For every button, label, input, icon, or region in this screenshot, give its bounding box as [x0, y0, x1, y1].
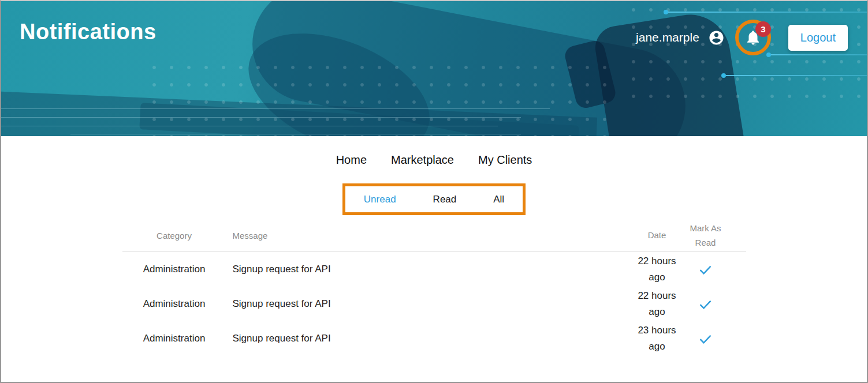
- check-icon: [698, 331, 713, 347]
- nav-item-marketplace[interactable]: Marketplace: [391, 152, 454, 167]
- cell-message: Signup request for API: [226, 264, 633, 275]
- account-circle-icon[interactable]: [708, 29, 725, 46]
- header-user-area: jane.marple 3 Logout: [636, 1, 848, 74]
- photo-arm-shape: [243, 1, 695, 136]
- nav-item-home[interactable]: Home: [336, 152, 367, 167]
- cell-category: Administration: [122, 333, 226, 344]
- column-header-message: Message: [226, 231, 633, 241]
- tab-unread[interactable]: Unread: [359, 193, 401, 205]
- cell-category: Administration: [122, 298, 226, 310]
- primary-nav: Home Marketplace My Clients: [1, 152, 867, 167]
- photo-watch-shape: [563, 39, 618, 110]
- page-title: Notifications: [20, 20, 157, 44]
- notifications-table: Category Message Date Mark As Read Admin…: [122, 220, 746, 356]
- table-row: Administration Signup request for API 22…: [122, 287, 746, 321]
- notification-count-badge: 3: [755, 21, 771, 37]
- header-banner: Notifications jane.marple 3 Logout: [1, 1, 867, 136]
- cell-category: Administration: [122, 264, 226, 275]
- username: jane.marple: [636, 31, 699, 44]
- cell-date: 22 hours ago: [633, 288, 681, 320]
- tabs-row: Unread Read All: [1, 183, 867, 215]
- annotation-highlight-rectangle: Unread Read All: [342, 183, 526, 215]
- column-header-date: Date: [633, 228, 681, 243]
- dot-pattern: [146, 59, 608, 136]
- circuit-line: [1, 126, 498, 126]
- mark-as-read-button[interactable]: [696, 330, 714, 348]
- circuit-line: [1, 108, 550, 109]
- table-row: Administration Signup request for API 22…: [122, 252, 746, 287]
- check-icon: [698, 296, 713, 312]
- circuit-line: [70, 134, 521, 134]
- logout-button[interactable]: Logout: [788, 25, 848, 51]
- mark-as-read-button[interactable]: [696, 261, 714, 279]
- nav-item-my-clients[interactable]: My Clients: [478, 152, 532, 167]
- check-icon: [698, 262, 713, 277]
- main-content: Home Marketplace My Clients Unread Read …: [1, 136, 867, 356]
- column-header-category: Category: [122, 231, 226, 241]
- cell-date: 22 hours ago: [633, 253, 681, 286]
- cell-message: Signup request for API: [226, 333, 633, 344]
- cell-message: Signup request for API: [226, 298, 633, 310]
- tab-all[interactable]: All: [489, 193, 509, 205]
- circuit-line: [1, 117, 521, 118]
- notifications-page: Notifications jane.marple 3 Logout Home …: [0, 0, 868, 383]
- photo-keyboard-shape: [139, 103, 579, 136]
- circuit-line: [724, 75, 867, 76]
- mark-as-read-button[interactable]: [696, 295, 714, 313]
- table-header-row: Category Message Date Mark As Read: [122, 220, 746, 252]
- notifications-bell-button[interactable]: 3: [744, 29, 762, 46]
- photo-laptop-shape: [1, 90, 597, 136]
- cell-date: 23 hours ago: [633, 322, 681, 355]
- column-header-mark-as-read: Mark As Read: [681, 221, 730, 250]
- tab-read[interactable]: Read: [429, 193, 461, 205]
- table-row: Administration Signup request for API 23…: [122, 321, 746, 356]
